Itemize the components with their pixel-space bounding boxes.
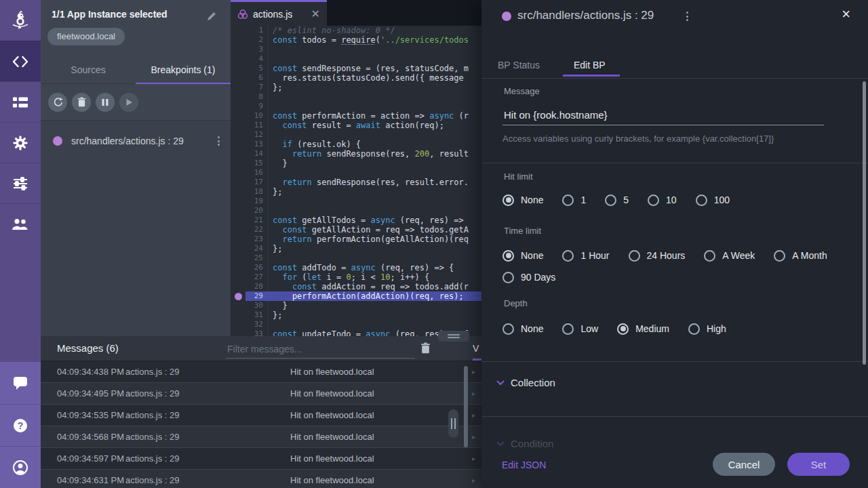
line-number[interactable]: 2 <box>245 35 268 45</box>
gutter-cell[interactable] <box>231 253 245 263</box>
expand-row-icon[interactable]: ▸ <box>472 368 475 375</box>
radio-icon[interactable] <box>562 250 574 262</box>
gutter-cell[interactable] <box>231 301 245 310</box>
radio-selected-icon[interactable] <box>617 323 629 335</box>
line-number[interactable]: 29 <box>245 291 268 301</box>
line-number[interactable]: 21 <box>245 216 268 225</box>
filter-messages-input[interactable] <box>226 340 415 359</box>
gutter-cell[interactable] <box>231 320 245 329</box>
gutter-cell[interactable] <box>231 225 245 235</box>
tab-edit-bp[interactable]: Edit BP <box>574 60 606 70</box>
tab-bp-status[interactable]: BP Status <box>498 60 540 70</box>
gutter-cell[interactable] <box>231 310 245 320</box>
cancel-button[interactable]: Cancel <box>713 453 775 476</box>
edit-json-link[interactable]: Edit JSON <box>502 460 546 470</box>
message-input[interactable] <box>502 104 824 125</box>
gutter-cell[interactable] <box>231 54 245 64</box>
gutter-cell[interactable] <box>231 130 245 140</box>
line-number[interactable]: 8 <box>245 92 268 102</box>
radio-icon[interactable] <box>704 250 715 262</box>
tab-variables-partial[interactable]: V <box>473 336 481 361</box>
editor-tab-actions-js[interactable]: actions.js ✕ <box>231 0 327 26</box>
expand-row-icon[interactable]: ▸ <box>472 411 475 419</box>
sidebar-item-code[interactable] <box>0 41 41 81</box>
kebab-menu-icon[interactable] <box>216 135 221 147</box>
line-number[interactable]: 13 <box>245 140 268 149</box>
radio-option-none[interactable]: None <box>502 248 543 263</box>
line-number[interactable]: 25 <box>245 253 268 263</box>
line-number[interactable]: 6 <box>245 73 268 83</box>
line-number[interactable]: 30 <box>245 301 268 310</box>
gutter-cell[interactable] <box>231 178 245 187</box>
line-number[interactable]: 11 <box>245 121 268 130</box>
pause-button[interactable] <box>96 93 115 112</box>
line-number[interactable]: 15 <box>245 159 268 168</box>
radio-option-100[interactable]: 100 <box>696 192 730 207</box>
vertical-resize-handle[interactable] <box>448 409 458 438</box>
line-number[interactable]: 10 <box>245 111 268 121</box>
line-number[interactable]: 18 <box>245 187 268 197</box>
gutter-cell[interactable] <box>231 121 245 130</box>
instance-chip[interactable]: fleetwood.local <box>47 28 125 45</box>
radio-selected-icon[interactable] <box>502 195 514 206</box>
line-number[interactable]: 22 <box>245 225 268 235</box>
breakpoint-dot[interactable] <box>235 293 242 300</box>
code-lines[interactable]: 1/* eslint no-shadow: 0 */2const todos =… <box>231 26 481 339</box>
radio-icon[interactable] <box>502 272 514 283</box>
gutter-cell[interactable] <box>231 45 245 54</box>
radio-option-10[interactable]: 10 <box>648 192 677 207</box>
line-number[interactable]: 17 <box>245 178 268 187</box>
line-number[interactable]: 12 <box>245 130 268 140</box>
radio-option-a-week[interactable]: A Week <box>704 248 755 263</box>
sidebar-item-account[interactable] <box>0 446 41 488</box>
radio-icon[interactable] <box>562 323 574 335</box>
line-number[interactable]: 23 <box>245 235 268 244</box>
sidebar-item-chat[interactable] <box>0 362 41 404</box>
sidebar-item-help[interactable]: ? <box>0 404 41 446</box>
line-number[interactable]: 1 <box>245 26 268 35</box>
radio-icon[interactable] <box>562 195 574 206</box>
message-row[interactable]: 04:09:34:535 PMactions.js : 29Hit on fle… <box>41 405 481 426</box>
gutter-cell[interactable] <box>231 35 245 45</box>
message-row[interactable]: 04:09:34:495 PMactions.js : 29Hit on fle… <box>41 383 481 405</box>
tab-breakpoints[interactable]: Breakpoints (1) <box>136 57 231 83</box>
close-panel-icon[interactable]: × <box>842 7 850 22</box>
edit-pencil-icon[interactable] <box>206 11 217 22</box>
line-number[interactable]: 16 <box>245 168 268 178</box>
radio-option-1-hour[interactable]: 1 Hour <box>562 248 609 263</box>
radio-icon[interactable] <box>648 195 659 206</box>
expand-row-icon[interactable]: ▸ <box>472 390 475 397</box>
message-row[interactable]: 04:09:34:438 PMactions.js : 29Hit on fle… <box>41 361 481 383</box>
play-button[interactable] <box>119 93 138 112</box>
gutter-cell[interactable] <box>231 206 245 216</box>
gutter-cell[interactable] <box>231 282 245 291</box>
radio-option-none[interactable]: None <box>502 192 543 207</box>
expand-row-icon[interactable]: ▸ <box>472 455 475 462</box>
gutter-cell[interactable] <box>231 140 245 149</box>
radio-icon[interactable] <box>696 195 707 206</box>
line-number[interactable]: 26 <box>245 263 268 272</box>
rookout-logo-icon[interactable] <box>0 0 41 41</box>
gutter-cell[interactable] <box>231 111 245 121</box>
line-number[interactable]: 20 <box>245 206 268 216</box>
message-row[interactable]: 04:09:34:568 PMactions.js : 29Hit on fle… <box>41 426 481 448</box>
gutter-cell[interactable] <box>231 263 245 272</box>
tab-sources[interactable]: Sources <box>41 57 136 83</box>
sidebar-item-settings[interactable] <box>0 122 41 163</box>
collection-section-toggle[interactable]: Collection <box>496 377 555 388</box>
clear-messages-button[interactable] <box>420 342 431 354</box>
sidebar-item-users[interactable] <box>0 203 41 244</box>
radio-icon[interactable] <box>605 195 616 206</box>
line-number[interactable]: 14 <box>245 149 268 159</box>
radio-icon[interactable] <box>502 323 514 335</box>
gutter-cell[interactable] <box>231 73 245 83</box>
radio-option-none[interactable]: None <box>502 321 543 336</box>
message-row[interactable]: 04:09:34:597 PMactions.js : 29Hit on fle… <box>41 448 481 470</box>
radio-option-24-hours[interactable]: 24 Hours <box>629 248 686 263</box>
panel-resize-handle[interactable] <box>438 331 469 342</box>
expand-row-icon[interactable]: ▸ <box>472 476 475 484</box>
line-number[interactable]: 3 <box>245 45 268 54</box>
line-number[interactable]: 9 <box>245 102 268 111</box>
radio-icon[interactable] <box>774 250 785 262</box>
radio-selected-icon[interactable] <box>502 250 514 262</box>
